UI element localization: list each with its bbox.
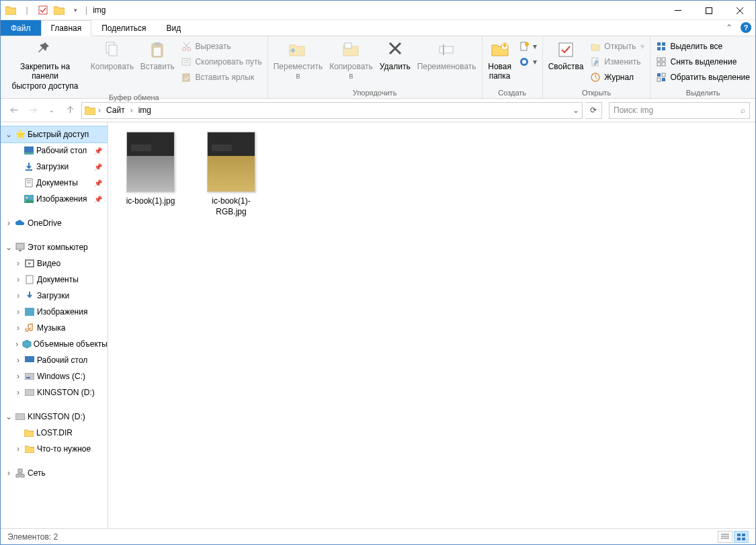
svg-rect-15 xyxy=(439,46,453,53)
tree-this-pc[interactable]: ⌄Этот компьютер xyxy=(1,239,108,255)
label: Вырезать xyxy=(195,42,230,51)
qat-dropdown-icon[interactable]: ▾ xyxy=(68,3,83,17)
tree-kingston-d[interactable]: ›KINGSTON (D:) xyxy=(1,384,108,401)
tree-documents-pc[interactable]: ›Документы xyxy=(1,271,108,288)
copy-to-icon xyxy=(341,39,362,60)
ribbon: Закрепить на панели быстрого доступа Коп… xyxy=(1,36,755,99)
chevron-right-icon[interactable]: › xyxy=(130,106,133,115)
copy-to-button: Копировать в xyxy=(327,38,376,83)
picture-icon xyxy=(24,194,34,204)
tree-downloads[interactable]: Загрузки📌 xyxy=(1,159,108,175)
tab-home[interactable]: Главная xyxy=(41,20,92,36)
rename-button: Переименовать xyxy=(415,38,479,73)
open-button: Открыть▾ xyxy=(587,39,647,54)
tree-network[interactable]: ›Сеть xyxy=(1,465,108,481)
tree-downloads-pc[interactable]: ›Загрузки xyxy=(1,288,108,304)
invert-selection-button[interactable]: Обратить выделение xyxy=(653,70,753,85)
chevron-right-icon[interactable]: › xyxy=(98,106,101,115)
help-icon[interactable]: ? xyxy=(741,22,751,33)
navigation-tree[interactable]: ⌄⭐Быстрый доступ Рабочий стол📌 Загрузки📌… xyxy=(1,122,108,528)
video-icon xyxy=(24,258,35,269)
up-button[interactable]: 🡡 xyxy=(62,102,79,118)
select-none-button[interactable]: Снять выделение xyxy=(653,54,753,69)
back-button[interactable]: 🡠 xyxy=(6,102,22,118)
thumbnail-view-button[interactable] xyxy=(734,531,749,543)
svg-rect-55 xyxy=(25,389,34,396)
file-name: ic-book(1).jpg xyxy=(126,196,175,207)
tree-videos[interactable]: ›Видео xyxy=(1,255,108,271)
minimize-ribbon-icon[interactable]: ⌃ xyxy=(726,23,732,32)
refresh-button[interactable]: ⟳ xyxy=(585,102,602,119)
svg-rect-53 xyxy=(25,373,34,380)
copy-icon xyxy=(101,39,123,60)
tree-lost-dir[interactable]: LOST.DIR xyxy=(1,425,108,441)
search-icon[interactable]: ⌕ xyxy=(741,106,745,115)
file-item[interactable]: ic-book(1).jpg xyxy=(120,132,181,207)
new-item-button[interactable]: ▾ xyxy=(516,39,540,54)
file-item[interactable]: ic-book(1)-RGB.jpg xyxy=(201,132,261,217)
copy-button: Копировать xyxy=(88,38,136,73)
pin-to-quick-access-button[interactable]: Закрепить на панели быстрого доступа xyxy=(3,38,87,92)
tree-music[interactable]: ›Музыка xyxy=(1,320,108,336)
label: Музыка xyxy=(37,323,65,333)
qat-separator: | xyxy=(85,5,87,15)
address-dropdown-icon[interactable]: ⌄ xyxy=(573,106,579,115)
label: Журнал xyxy=(604,73,634,82)
folder-icon-small xyxy=(52,3,67,17)
tree-kingston-d-root[interactable]: ⌄KINGSTON (D:) xyxy=(1,409,108,425)
ribbon-group-organize: Переместить в Копировать в Удалить Переи… xyxy=(268,36,482,98)
tree-windows-c[interactable]: ›Windows (C:) xyxy=(1,368,108,384)
label: Скопировать путь xyxy=(195,57,261,67)
qat-properties-icon[interactable] xyxy=(36,3,50,17)
recent-dropdown-icon[interactable]: ⌄ xyxy=(44,102,60,118)
easy-access-button[interactable]: ▾ xyxy=(516,54,540,69)
tree-pictures-pc[interactable]: ›Изображения xyxy=(1,304,108,320)
tab-view[interactable]: Вид xyxy=(156,20,191,36)
label: Снять выделение xyxy=(670,57,737,67)
label: Переименовать xyxy=(417,62,476,71)
minimize-button[interactable] xyxy=(663,1,694,20)
properties-button[interactable]: Свойства xyxy=(546,38,587,73)
details-view-button[interactable] xyxy=(718,531,732,543)
svg-point-8 xyxy=(183,48,186,51)
file-list[interactable]: ic-book(1).jpg ic-book(1)-RGB.jpg xyxy=(108,122,755,528)
ribbon-group-clipboard: Закрепить на панели быстрого доступа Коп… xyxy=(1,36,268,98)
maximize-button[interactable] xyxy=(694,1,724,20)
tree-3d-objects[interactable]: ›Объемные объекты xyxy=(1,336,108,352)
close-button[interactable] xyxy=(724,1,755,20)
tab-file[interactable]: Файл xyxy=(1,20,41,36)
tree-something[interactable]: ›Что-то нужное xyxy=(1,441,108,457)
address-bar[interactable]: › Сайт › img ⌄ xyxy=(81,102,583,119)
breadcrumb-root[interactable]: Сайт xyxy=(103,106,128,115)
history-button[interactable]: Журнал xyxy=(587,70,647,85)
svg-rect-36 xyxy=(657,78,661,81)
label: Видео xyxy=(37,259,60,268)
search-input[interactable] xyxy=(614,106,741,115)
group-label: Создать xyxy=(485,87,540,98)
tree-onedrive[interactable]: ›OneDrive xyxy=(1,215,108,231)
delete-button[interactable]: Удалить xyxy=(377,38,413,73)
label: Копировать в xyxy=(329,62,373,81)
desktop-icon xyxy=(24,145,34,156)
cloud-icon xyxy=(15,218,26,228)
label: Загрузки xyxy=(36,162,69,171)
pin-icon: 📌 xyxy=(94,147,102,155)
tree-quick-access[interactable]: ⌄⭐Быстрый доступ xyxy=(1,126,108,142)
label: Документы xyxy=(36,178,78,187)
tree-desktop-pc[interactable]: ›Рабочий стол xyxy=(1,352,108,368)
move-to-icon xyxy=(287,39,308,60)
tree-documents[interactable]: Документы📌 xyxy=(1,175,108,191)
select-all-button[interactable]: Выделить все xyxy=(653,39,753,54)
new-folder-button[interactable]: ✦ Новая папка xyxy=(485,38,515,83)
tab-share[interactable]: Поделиться xyxy=(91,20,156,36)
tree-desktop[interactable]: Рабочий стол📌 xyxy=(1,142,108,159)
cube-icon xyxy=(22,339,32,349)
breadcrumb-current[interactable]: img xyxy=(136,106,154,115)
label: OneDrive xyxy=(28,218,62,228)
drive-icon xyxy=(24,387,35,398)
tree-pictures[interactable]: Изображения📌 xyxy=(1,191,108,207)
title-bar: | ▾ | img xyxy=(1,1,755,20)
svg-rect-31 xyxy=(662,58,665,61)
svg-rect-27 xyxy=(662,42,665,46)
search-box[interactable]: ⌕ xyxy=(609,102,750,119)
